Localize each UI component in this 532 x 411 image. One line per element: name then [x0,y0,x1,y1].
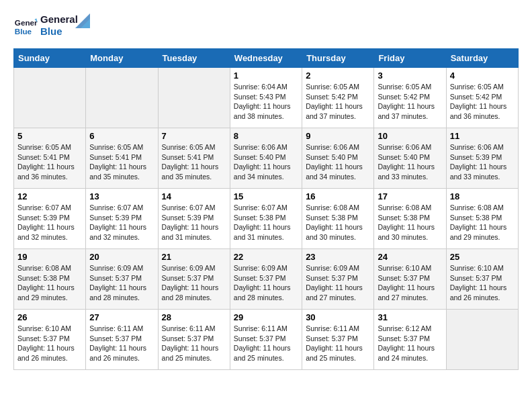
day-number: 31 [378,312,442,322]
calendar-cell: 8Sunrise: 6:06 AM Sunset: 5:40 PM Daylig… [230,128,302,189]
day-number: 8 [234,131,298,141]
calendar-table: SundayMondayTuesdayWednesdayThursdayFrid… [13,48,519,370]
calendar-cell: 25Sunrise: 6:10 AM Sunset: 5:37 PM Dayli… [446,249,518,310]
day-info: Sunrise: 6:10 AM Sunset: 5:37 PM Dayligh… [378,263,442,303]
page-header: General Blue General Blue [13,13,519,38]
day-number: 29 [234,312,298,322]
calendar-week-1: 1Sunrise: 6:04 AM Sunset: 5:43 PM Daylig… [14,68,519,128]
calendar-cell: 5Sunrise: 6:05 AM Sunset: 5:41 PM Daylig… [14,128,86,189]
day-info: Sunrise: 6:09 AM Sunset: 5:37 PM Dayligh… [162,263,226,303]
day-info: Sunrise: 6:05 AM Sunset: 5:41 PM Dayligh… [17,142,82,182]
calendar-cell: 14Sunrise: 6:07 AM Sunset: 5:39 PM Dayli… [158,189,230,249]
day-info: Sunrise: 6:07 AM Sunset: 5:39 PM Dayligh… [17,203,82,242]
day-info: Sunrise: 6:08 AM Sunset: 5:38 PM Dayligh… [378,203,442,242]
day-number: 20 [89,252,154,262]
day-number: 7 [162,131,226,141]
day-info: Sunrise: 6:12 AM Sunset: 5:37 PM Dayligh… [378,324,442,363]
day-info: Sunrise: 6:08 AM Sunset: 5:38 PM Dayligh… [450,203,515,242]
calendar-cell: 24Sunrise: 6:10 AM Sunset: 5:37 PM Dayli… [374,249,446,310]
calendar-cell: 29Sunrise: 6:11 AM Sunset: 5:37 PM Dayli… [230,310,302,370]
day-number: 12 [17,191,82,201]
weekday-header-monday: Monday [86,49,158,68]
calendar-week-4: 19Sunrise: 6:08 AM Sunset: 5:38 PM Dayli… [14,249,519,310]
day-number: 4 [450,71,515,81]
svg-text:Blue: Blue [15,27,32,36]
weekday-header-wednesday: Wednesday [230,49,302,68]
weekday-header-thursday: Thursday [302,49,374,68]
calendar-cell: 21Sunrise: 6:09 AM Sunset: 5:37 PM Dayli… [158,249,230,310]
calendar-cell: 2Sunrise: 6:05 AM Sunset: 5:42 PM Daylig… [302,68,374,128]
day-info: Sunrise: 6:04 AM Sunset: 5:43 PM Dayligh… [234,82,298,122]
day-info: Sunrise: 6:07 AM Sunset: 5:39 PM Dayligh… [89,203,154,242]
logo-blue: Blue [40,26,78,38]
day-number: 16 [306,191,370,201]
calendar-cell: 20Sunrise: 6:09 AM Sunset: 5:37 PM Dayli… [86,249,158,310]
calendar-cell: 1Sunrise: 6:04 AM Sunset: 5:43 PM Daylig… [230,68,302,128]
calendar-cell: 28Sunrise: 6:11 AM Sunset: 5:37 PM Dayli… [158,310,230,370]
day-number: 27 [89,312,154,322]
day-info: Sunrise: 6:07 AM Sunset: 5:38 PM Dayligh… [234,203,298,242]
day-info: Sunrise: 6:11 AM Sunset: 5:37 PM Dayligh… [306,324,370,363]
logo-general: General [40,13,78,26]
day-info: Sunrise: 6:10 AM Sunset: 5:37 PM Dayligh… [450,263,515,303]
day-info: Sunrise: 6:05 AM Sunset: 5:42 PM Dayligh… [306,82,370,122]
day-number: 28 [162,312,226,322]
calendar-week-3: 12Sunrise: 6:07 AM Sunset: 5:39 PM Dayli… [14,189,519,249]
day-info: Sunrise: 6:10 AM Sunset: 5:37 PM Dayligh… [17,324,82,363]
calendar-cell: 26Sunrise: 6:10 AM Sunset: 5:37 PM Dayli… [14,310,86,370]
day-info: Sunrise: 6:08 AM Sunset: 5:38 PM Dayligh… [306,203,370,242]
day-number: 1 [234,71,298,81]
day-number: 13 [89,191,154,201]
day-number: 3 [378,71,442,81]
day-number: 9 [306,131,370,141]
weekday-header-sunday: Sunday [14,49,86,68]
day-info: Sunrise: 6:09 AM Sunset: 5:37 PM Dayligh… [306,263,370,303]
logo-icon: General Blue [13,13,38,38]
calendar-cell: 27Sunrise: 6:11 AM Sunset: 5:37 PM Dayli… [86,310,158,370]
day-number: 11 [450,131,515,141]
calendar-cell: 17Sunrise: 6:08 AM Sunset: 5:38 PM Dayli… [374,189,446,249]
calendar-cell: 31Sunrise: 6:12 AM Sunset: 5:37 PM Dayli… [374,310,446,370]
calendar-cell: 30Sunrise: 6:11 AM Sunset: 5:37 PM Dayli… [302,310,374,370]
logo-triangle [75,13,90,28]
calendar-cell: 13Sunrise: 6:07 AM Sunset: 5:39 PM Dayli… [86,189,158,249]
day-number: 19 [17,252,82,262]
calendar-cell: 9Sunrise: 6:06 AM Sunset: 5:40 PM Daylig… [302,128,374,189]
day-number: 2 [306,71,370,81]
svg-text:General: General [15,18,38,27]
calendar-cell: 16Sunrise: 6:08 AM Sunset: 5:38 PM Dayli… [302,189,374,249]
calendar-cell: 19Sunrise: 6:08 AM Sunset: 5:38 PM Dayli… [14,249,86,310]
day-info: Sunrise: 6:11 AM Sunset: 5:37 PM Dayligh… [89,324,154,363]
day-info: Sunrise: 6:06 AM Sunset: 5:39 PM Dayligh… [450,142,515,182]
calendar-cell [86,68,158,128]
calendar-cell: 3Sunrise: 6:05 AM Sunset: 5:42 PM Daylig… [374,68,446,128]
weekday-header-friday: Friday [374,49,446,68]
calendar-cell: 7Sunrise: 6:05 AM Sunset: 5:41 PM Daylig… [158,128,230,189]
day-number: 24 [378,252,442,262]
day-info: Sunrise: 6:11 AM Sunset: 5:37 PM Dayligh… [162,324,226,363]
weekday-header-tuesday: Tuesday [158,49,230,68]
calendar-cell: 18Sunrise: 6:08 AM Sunset: 5:38 PM Dayli… [446,189,518,249]
day-info: Sunrise: 6:09 AM Sunset: 5:37 PM Dayligh… [234,263,298,303]
calendar-week-2: 5Sunrise: 6:05 AM Sunset: 5:41 PM Daylig… [14,128,519,189]
day-number: 21 [162,252,226,262]
logo: General Blue General Blue [13,13,90,38]
day-info: Sunrise: 6:06 AM Sunset: 5:40 PM Dayligh… [306,142,370,182]
day-info: Sunrise: 6:08 AM Sunset: 5:38 PM Dayligh… [17,263,82,303]
calendar-cell: 12Sunrise: 6:07 AM Sunset: 5:39 PM Dayli… [14,189,86,249]
day-number: 5 [17,131,82,141]
calendar-cell: 22Sunrise: 6:09 AM Sunset: 5:37 PM Dayli… [230,249,302,310]
day-info: Sunrise: 6:05 AM Sunset: 5:41 PM Dayligh… [89,142,154,182]
day-number: 18 [450,191,515,201]
day-info: Sunrise: 6:09 AM Sunset: 5:37 PM Dayligh… [89,263,154,303]
day-number: 30 [306,312,370,322]
day-info: Sunrise: 6:05 AM Sunset: 5:42 PM Dayligh… [450,82,515,122]
day-info: Sunrise: 6:05 AM Sunset: 5:42 PM Dayligh… [378,82,442,122]
day-info: Sunrise: 6:06 AM Sunset: 5:40 PM Dayligh… [234,142,298,182]
day-info: Sunrise: 6:11 AM Sunset: 5:37 PM Dayligh… [234,324,298,363]
day-number: 10 [378,131,442,141]
calendar-cell [14,68,86,128]
calendar-cell: 11Sunrise: 6:06 AM Sunset: 5:39 PM Dayli… [446,128,518,189]
calendar-cell: 10Sunrise: 6:06 AM Sunset: 5:40 PM Dayli… [374,128,446,189]
day-number: 22 [234,252,298,262]
